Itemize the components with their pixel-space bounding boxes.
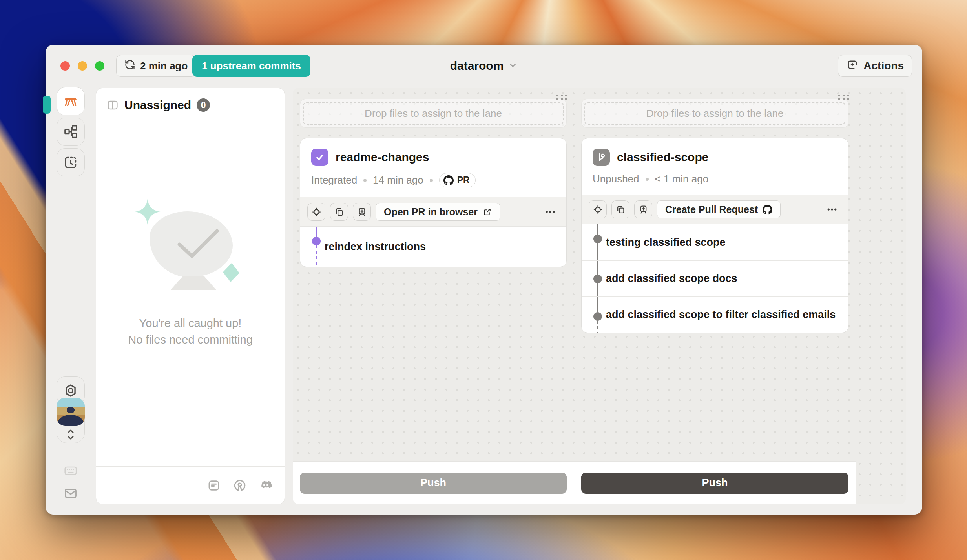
external-link-icon xyxy=(482,207,492,217)
lane-classified-scope: Drop files to assign to the lane classif… xyxy=(574,88,856,504)
commit-dot xyxy=(593,312,602,321)
monitor-stand xyxy=(171,276,216,290)
dropzone-label: Drop files to assign to the lane xyxy=(584,102,845,125)
commit-message: testing classified scope xyxy=(606,224,848,260)
lane-footer: Push xyxy=(293,461,574,504)
board-empty-strip xyxy=(856,88,906,504)
dropzone[interactable]: Drop files to assign to the lane xyxy=(581,99,848,128)
copy-button[interactable] xyxy=(611,200,629,218)
feedback-icon[interactable] xyxy=(207,478,221,493)
copy-icon xyxy=(334,207,345,217)
separator-dot xyxy=(430,179,433,182)
create-pr-label: Create Pull Request xyxy=(665,204,758,215)
copy-button[interactable] xyxy=(330,203,348,221)
account-switcher[interactable] xyxy=(57,398,85,443)
close-button[interactable] xyxy=(60,61,70,71)
more-options-button[interactable] xyxy=(823,200,841,218)
discord-icon[interactable] xyxy=(259,478,273,493)
empty-state-illustration xyxy=(131,199,249,297)
mail-feedback-button[interactable] xyxy=(64,486,78,500)
commit-list: reindex instructions xyxy=(300,227,566,267)
upstream-commits-label: 1 upstream commits xyxy=(202,60,301,72)
branch-header[interactable]: readme-changes Integrated 14 min ago PR xyxy=(300,138,566,197)
commit-row[interactable]: reindex instructions xyxy=(300,227,566,267)
commit-row[interactable]: add classified scope to filter classifie… xyxy=(582,296,848,333)
project-switcher[interactable]: dataroom xyxy=(450,55,518,77)
branch-updated: 14 min ago xyxy=(373,174,423,186)
sidebar-item-history[interactable] xyxy=(57,148,85,176)
lane-footer: Push xyxy=(574,461,856,504)
target-icon xyxy=(593,204,603,215)
branch-toolbar: Open PR in browser xyxy=(300,197,566,227)
commit-row[interactable]: add classified scope docs xyxy=(582,260,848,296)
add-dependent-branch-button[interactable] xyxy=(634,200,652,218)
add-dependent-branch-icon xyxy=(357,207,367,217)
empty-state-title: You're all caught up! xyxy=(139,315,242,331)
commit-message: reindex instructions xyxy=(325,227,566,267)
add-dependent-branch-button[interactable] xyxy=(353,203,371,221)
separator-dot xyxy=(646,178,649,181)
keyboard-shortcuts-button[interactable] xyxy=(64,464,78,478)
branches-icon xyxy=(63,124,78,139)
commit-message: add classified scope to filter classifie… xyxy=(606,297,848,333)
upstream-commits-button[interactable]: 1 upstream commits xyxy=(192,55,310,77)
unassigned-footer xyxy=(96,466,285,504)
unassigned-empty-state: You're all caught up! No files need comm… xyxy=(96,80,285,466)
lane-readme-changes: Drop files to assign to the lane readme-… xyxy=(293,88,574,504)
commit-rail xyxy=(589,224,606,260)
chevron-down-icon xyxy=(507,60,518,72)
zoom-button[interactable] xyxy=(95,61,104,71)
open-source-icon[interactable] xyxy=(233,478,247,493)
branch-name: classified-scope xyxy=(617,151,708,164)
branch-status: Unpushed xyxy=(593,173,639,185)
branch-header[interactable]: classified-scope Unpushed < 1 min ago xyxy=(582,138,848,195)
fetch-status-button[interactable]: 2 min ago xyxy=(116,55,196,77)
sidebar-item-branches[interactable] xyxy=(57,118,85,146)
app-window: 2 min ago 1 upstream commits dataroom Ac… xyxy=(46,45,922,515)
drag-grip-icon[interactable] xyxy=(555,93,567,100)
branch-updated: < 1 min ago xyxy=(655,173,709,185)
dropzone-label: Drop files to assign to the lane xyxy=(303,102,564,125)
drag-grip-icon[interactable] xyxy=(837,93,849,100)
integrated-branch-icon xyxy=(311,149,328,166)
sidebar-item-workspace[interactable] xyxy=(57,87,85,115)
open-pr-button[interactable]: Open PR in browser xyxy=(376,203,500,221)
sparkle-icon xyxy=(135,199,161,225)
more-options-button[interactable] xyxy=(541,203,559,221)
commit-list: testing classified scope add classified … xyxy=(582,224,848,333)
project-name: dataroom xyxy=(450,59,504,73)
dropzone[interactable]: Drop files to assign to the lane xyxy=(300,99,567,128)
workspace-icon xyxy=(63,94,78,109)
sparkle-actions-icon xyxy=(846,58,859,74)
avatar xyxy=(57,398,85,426)
updown-icon xyxy=(65,426,77,443)
commit-rail xyxy=(308,227,325,267)
push-button[interactable]: Push xyxy=(581,473,848,494)
fetch-status-label: 2 min ago xyxy=(140,60,188,72)
create-pr-button[interactable]: Create Pull Request xyxy=(657,200,781,218)
pr-badge-label: PR xyxy=(457,175,470,185)
empty-state-subtitle: No files need committing xyxy=(128,331,253,348)
actions-button[interactable]: Actions xyxy=(838,55,912,77)
pr-badge[interactable]: PR xyxy=(439,173,476,187)
mail-icon xyxy=(64,495,78,502)
commit-target-button[interactable] xyxy=(307,203,325,221)
minimize-button[interactable] xyxy=(78,61,87,71)
github-icon xyxy=(443,175,454,185)
keyboard-icon xyxy=(64,472,78,479)
workspace-board: Drop files to assign to the lane readme-… xyxy=(293,88,906,504)
commit-row[interactable]: testing classified scope xyxy=(582,224,848,260)
commit-message: add classified scope docs xyxy=(606,261,848,296)
add-dependent-branch-icon xyxy=(638,204,649,215)
open-pr-label: Open PR in browser xyxy=(384,206,478,218)
branch-toolbar: Create Pull Request xyxy=(582,195,848,224)
push-button[interactable]: Push xyxy=(300,473,567,494)
commit-dot xyxy=(593,275,602,283)
commit-dot xyxy=(312,237,321,245)
traffic-lights xyxy=(60,61,104,71)
unassigned-panel: Unassigned 0 You're all caught xyxy=(96,88,285,504)
commit-dot xyxy=(593,235,602,243)
commit-target-button[interactable] xyxy=(589,200,607,218)
branch-card-classified-scope: classified-scope Unpushed < 1 min ago xyxy=(581,138,848,333)
check-icon xyxy=(175,226,222,262)
